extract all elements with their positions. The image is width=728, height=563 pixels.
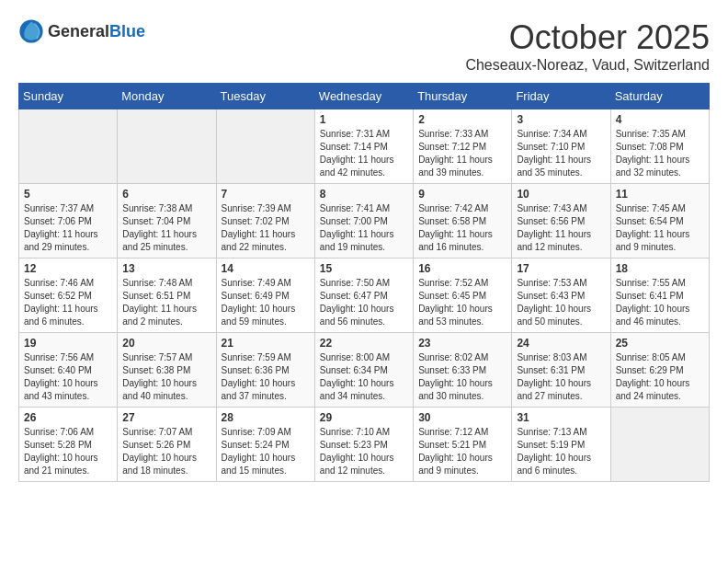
- day-info: Sunrise: 7:07 AM Sunset: 5:26 PM Dayligh…: [122, 426, 210, 477]
- calendar-cell: [118, 109, 216, 184]
- calendar-cell: 5Sunrise: 7:37 AM Sunset: 7:06 PM Daylig…: [19, 184, 118, 259]
- day-info: Sunrise: 7:33 AM Sunset: 7:12 PM Dayligh…: [418, 128, 506, 179]
- weekday-header-tuesday: Tuesday: [216, 84, 314, 109]
- calendar-cell: 29Sunrise: 7:10 AM Sunset: 5:23 PM Dayli…: [314, 408, 413, 482]
- calendar-cell: 9Sunrise: 7:42 AM Sunset: 6:58 PM Daylig…: [414, 184, 512, 259]
- day-info: Sunrise: 7:56 AM Sunset: 6:40 PM Dayligh…: [24, 351, 112, 403]
- day-number: 15: [320, 262, 408, 275]
- logo: GeneralBlue: [18, 18, 145, 44]
- day-info: Sunrise: 7:50 AM Sunset: 6:47 PM Dayligh…: [320, 277, 408, 328]
- calendar-cell: [610, 408, 709, 482]
- day-info: Sunrise: 7:10 AM Sunset: 5:23 PM Dayligh…: [320, 426, 408, 477]
- day-number: 8: [320, 188, 408, 201]
- logo-icon: [18, 18, 44, 44]
- weekday-header-monday: Monday: [118, 84, 216, 109]
- day-info: Sunrise: 7:39 AM Sunset: 7:02 PM Dayligh…: [222, 202, 310, 254]
- day-info: Sunrise: 8:05 AM Sunset: 6:29 PM Dayligh…: [616, 351, 704, 403]
- day-number: 16: [418, 262, 506, 275]
- calendar-cell: 17Sunrise: 7:53 AM Sunset: 6:43 PM Dayli…: [512, 259, 610, 333]
- calendar-week-row: 12Sunrise: 7:46 AM Sunset: 6:52 PM Dayli…: [19, 259, 710, 333]
- day-info: Sunrise: 7:49 AM Sunset: 6:49 PM Dayligh…: [222, 277, 310, 328]
- day-number: 24: [517, 337, 605, 350]
- weekday-header-saturday: Saturday: [610, 84, 709, 109]
- calendar-week-row: 19Sunrise: 7:56 AM Sunset: 6:40 PM Dayli…: [19, 333, 710, 408]
- day-info: Sunrise: 7:43 AM Sunset: 6:56 PM Dayligh…: [517, 202, 605, 254]
- day-number: 3: [517, 113, 605, 126]
- day-info: Sunrise: 7:06 AM Sunset: 5:28 PM Dayligh…: [24, 426, 112, 477]
- calendar-cell: 25Sunrise: 8:05 AM Sunset: 6:29 PM Dayli…: [610, 333, 709, 408]
- calendar-cell: 1Sunrise: 7:31 AM Sunset: 7:14 PM Daylig…: [314, 109, 413, 184]
- calendar-cell: [19, 109, 118, 184]
- day-number: 29: [320, 411, 408, 424]
- day-info: Sunrise: 7:13 AM Sunset: 5:19 PM Dayligh…: [517, 426, 605, 477]
- calendar-cell: 11Sunrise: 7:45 AM Sunset: 6:54 PM Dayli…: [610, 184, 709, 259]
- weekday-header-friday: Friday: [512, 84, 610, 109]
- day-info: Sunrise: 8:00 AM Sunset: 6:34 PM Dayligh…: [320, 351, 408, 403]
- calendar-cell: 10Sunrise: 7:43 AM Sunset: 6:56 PM Dayli…: [512, 184, 610, 259]
- calendar-cell: 3Sunrise: 7:34 AM Sunset: 7:10 PM Daylig…: [512, 109, 610, 184]
- title-block: October 2025 Cheseaux-Noreaz, Vaud, Swit…: [465, 18, 710, 74]
- day-number: 17: [517, 262, 605, 275]
- calendar-cell: 6Sunrise: 7:38 AM Sunset: 7:04 PM Daylig…: [118, 184, 216, 259]
- day-number: 23: [418, 337, 506, 350]
- day-info: Sunrise: 8:02 AM Sunset: 6:33 PM Dayligh…: [418, 351, 506, 403]
- day-number: 9: [418, 188, 506, 201]
- day-info: Sunrise: 8:03 AM Sunset: 6:31 PM Dayligh…: [517, 351, 605, 403]
- day-number: 6: [122, 188, 210, 201]
- day-info: Sunrise: 7:37 AM Sunset: 7:06 PM Dayligh…: [24, 202, 112, 254]
- logo-blue: Blue: [109, 22, 145, 40]
- day-number: 11: [616, 188, 704, 201]
- calendar-cell: 31Sunrise: 7:13 AM Sunset: 5:19 PM Dayli…: [512, 408, 610, 482]
- calendar-cell: 2Sunrise: 7:33 AM Sunset: 7:12 PM Daylig…: [414, 109, 512, 184]
- calendar-cell: 14Sunrise: 7:49 AM Sunset: 6:49 PM Dayli…: [216, 259, 314, 333]
- calendar-cell: [216, 109, 314, 184]
- day-info: Sunrise: 7:38 AM Sunset: 7:04 PM Dayligh…: [122, 202, 210, 254]
- calendar-cell: 20Sunrise: 7:57 AM Sunset: 6:38 PM Dayli…: [118, 333, 216, 408]
- day-info: Sunrise: 7:52 AM Sunset: 6:45 PM Dayligh…: [418, 277, 506, 328]
- calendar-cell: 28Sunrise: 7:09 AM Sunset: 5:24 PM Dayli…: [216, 408, 314, 482]
- day-number: 28: [222, 411, 310, 424]
- day-number: 26: [24, 411, 112, 424]
- calendar-cell: 24Sunrise: 8:03 AM Sunset: 6:31 PM Dayli…: [512, 333, 610, 408]
- day-number: 12: [24, 262, 112, 275]
- day-number: 1: [320, 113, 408, 126]
- day-number: 2: [418, 113, 506, 126]
- calendar-cell: 23Sunrise: 8:02 AM Sunset: 6:33 PM Dayli…: [414, 333, 512, 408]
- day-info: Sunrise: 7:45 AM Sunset: 6:54 PM Dayligh…: [616, 202, 704, 254]
- day-number: 19: [24, 337, 112, 350]
- logo-general: General: [48, 22, 109, 40]
- day-number: 21: [222, 337, 310, 350]
- calendar-cell: 15Sunrise: 7:50 AM Sunset: 6:47 PM Dayli…: [314, 259, 413, 333]
- day-number: 13: [122, 262, 210, 275]
- day-info: Sunrise: 7:55 AM Sunset: 6:41 PM Dayligh…: [616, 277, 704, 328]
- calendar-cell: 27Sunrise: 7:07 AM Sunset: 5:26 PM Dayli…: [118, 408, 216, 482]
- calendar-cell: 16Sunrise: 7:52 AM Sunset: 6:45 PM Dayli…: [414, 259, 512, 333]
- page-header: GeneralBlue October 2025 Cheseaux-Noreaz…: [18, 18, 710, 74]
- calendar-table: SundayMondayTuesdayWednesdayThursdayFrid…: [18, 83, 710, 482]
- calendar-cell: 30Sunrise: 7:12 AM Sunset: 5:21 PM Dayli…: [414, 408, 512, 482]
- weekday-header-wednesday: Wednesday: [314, 84, 413, 109]
- day-number: 7: [222, 188, 310, 201]
- day-info: Sunrise: 7:42 AM Sunset: 6:58 PM Dayligh…: [418, 202, 506, 254]
- day-info: Sunrise: 7:35 AM Sunset: 7:08 PM Dayligh…: [616, 128, 704, 179]
- day-number: 22: [320, 337, 408, 350]
- calendar-cell: 18Sunrise: 7:55 AM Sunset: 6:41 PM Dayli…: [610, 259, 709, 333]
- day-info: Sunrise: 7:41 AM Sunset: 7:00 PM Dayligh…: [320, 202, 408, 254]
- day-number: 27: [122, 411, 210, 424]
- day-info: Sunrise: 7:34 AM Sunset: 7:10 PM Dayligh…: [517, 128, 605, 179]
- weekday-header-sunday: Sunday: [19, 84, 118, 109]
- calendar-week-row: 1Sunrise: 7:31 AM Sunset: 7:14 PM Daylig…: [19, 109, 710, 184]
- day-info: Sunrise: 7:48 AM Sunset: 6:51 PM Dayligh…: [122, 277, 210, 328]
- calendar-cell: 4Sunrise: 7:35 AM Sunset: 7:08 PM Daylig…: [610, 109, 709, 184]
- day-info: Sunrise: 7:46 AM Sunset: 6:52 PM Dayligh…: [24, 277, 112, 328]
- day-info: Sunrise: 7:12 AM Sunset: 5:21 PM Dayligh…: [418, 426, 506, 477]
- day-number: 31: [517, 411, 605, 424]
- day-number: 10: [517, 188, 605, 201]
- calendar-week-row: 26Sunrise: 7:06 AM Sunset: 5:28 PM Dayli…: [19, 408, 710, 482]
- day-number: 18: [616, 262, 704, 275]
- location-title: Cheseaux-Noreaz, Vaud, Switzerland: [465, 57, 710, 74]
- calendar-cell: 19Sunrise: 7:56 AM Sunset: 6:40 PM Dayli…: [19, 333, 118, 408]
- calendar-header-row: SundayMondayTuesdayWednesdayThursdayFrid…: [19, 84, 710, 109]
- calendar-cell: 13Sunrise: 7:48 AM Sunset: 6:51 PM Dayli…: [118, 259, 216, 333]
- calendar-cell: 8Sunrise: 7:41 AM Sunset: 7:00 PM Daylig…: [314, 184, 413, 259]
